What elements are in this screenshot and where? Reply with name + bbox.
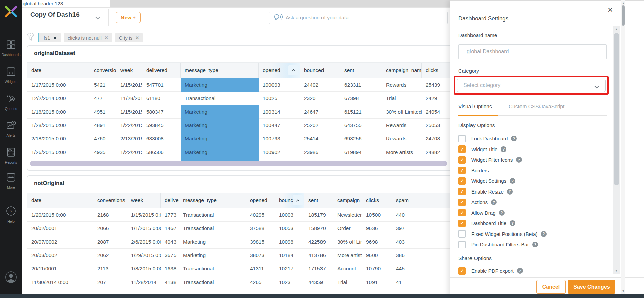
column-header-date[interactable]: date <box>27 63 90 78</box>
table-row[interactable]: 1/20/2015 0:0021681/15/2015 0:001773Tran… <box>27 208 506 222</box>
remove-filter-icon[interactable]: ✕ <box>53 35 57 41</box>
table-row[interactable]: 20/03/000220621/29/2015 0:003675Marketin… <box>27 249 506 262</box>
new-dashboard-button[interactable]: New + <box>116 12 141 23</box>
column-header-delivered[interactable]: delivered <box>161 193 179 208</box>
checkbox[interactable]: ✓ <box>458 156 466 164</box>
avatar[interactable] <box>5 271 17 285</box>
checkbox[interactable]: ✓ <box>458 220 466 227</box>
column-header-conversions[interactable]: conversions <box>90 63 116 78</box>
column-header-bounced[interactable]: bounced <box>300 63 340 78</box>
table-cell: 445 <box>392 262 451 275</box>
dashboard-title-dropdown[interactable]: Copy Of Dash16 <box>30 11 80 18</box>
scroll-up-icon[interactable]: ▲ <box>622 1 625 5</box>
table-row[interactable]: 20/11/000121131/8/2015 0:001638Transacti… <box>27 262 506 275</box>
table-cell: 40295 <box>246 208 275 222</box>
checkbox[interactable] <box>458 135 466 142</box>
sort-ascending-button[interactable] <box>288 65 298 75</box>
remove-filter-icon[interactable]: ✕ <box>105 35 108 40</box>
table-row[interactable]: 1/18/2015 0:0049511/15/2015 0:00580347Ma… <box>27 105 506 119</box>
table-row[interactable]: 1/26/2015 0:0049351/22/2015 0:00586506Ma… <box>27 145 506 159</box>
sort-ascending-button[interactable] <box>293 195 303 205</box>
table-row[interactable]: 1/17/2015 0:0054211/15/2015 0:00547701Ma… <box>27 78 506 92</box>
window-scrollbar[interactable] <box>621 0 625 298</box>
column-header-campaign_name[interactable]: campaign_name <box>382 63 422 78</box>
sidebar-item-help[interactable]: ? Help <box>0 206 22 223</box>
sidebar-item-reports[interactable]: Reports <box>0 147 22 164</box>
checkbox[interactable]: ✓ <box>458 199 466 206</box>
remove-filter-icon[interactable]: ✕ <box>135 35 139 40</box>
app-logo-icon[interactable] <box>4 4 18 21</box>
filter-funnel-icon[interactable] <box>26 32 35 43</box>
global-header-text: global header 123 <box>23 1 63 6</box>
widget-title[interactable]: originalDataset <box>34 50 75 57</box>
table-row[interactable]: 2/18/2015 0:0047602/13/2015 0:00633008Ma… <box>27 132 506 145</box>
help-icon[interactable]: ? <box>491 199 497 205</box>
checkbox[interactable] <box>458 230 466 238</box>
checkbox[interactable]: ✓ <box>458 145 466 153</box>
window-scrollbar-thumb[interactable] <box>622 5 625 26</box>
filter-chip[interactable]: fs1 ✕ <box>38 33 61 42</box>
checkbox[interactable]: ✓ <box>458 209 466 216</box>
column-header-clicks[interactable]: clicks <box>362 193 392 208</box>
help-icon[interactable]: ? <box>516 157 522 163</box>
column-header-week[interactable]: week <box>116 63 142 78</box>
checkbox[interactable]: ✓ <box>458 177 466 185</box>
help-icon[interactable]: ? <box>511 136 517 141</box>
tab-visual-options[interactable]: Visual Options <box>458 103 492 110</box>
sidebar-item-label: More <box>7 185 15 189</box>
column-header-spam[interactable]: spam <box>392 193 451 208</box>
column-header-message_type[interactable]: message_type <box>181 63 259 78</box>
sidebar-item-widgets[interactable]: Widgets <box>0 67 22 84</box>
help-icon[interactable]: ? <box>510 220 515 226</box>
widget-title[interactable]: notOriginal <box>34 180 64 187</box>
scroll-down-icon[interactable]: ▼ <box>622 289 625 293</box>
help-icon[interactable]: ? <box>507 189 513 195</box>
ask-data-search[interactable]: Ask a question of your data... <box>269 12 448 24</box>
tab-custom-css-javascript[interactable]: Custom CSS/JavaScript <box>509 103 564 110</box>
column-header-opened[interactable]: opened <box>246 193 275 208</box>
help-icon[interactable]: ? <box>499 210 505 216</box>
dashboard-name-input[interactable] <box>458 44 607 59</box>
chevron-down-icon[interactable] <box>95 15 100 21</box>
sidebar-item-more[interactable]: More <box>0 172 22 189</box>
sidebar-item-alerts[interactable]: Alerts <box>0 120 22 137</box>
table-row[interactable]: 1/28/2015 0:0048911/22/2015 0:00593845Ma… <box>27 119 506 132</box>
column-header-bounced[interactable]: bounced <box>275 193 304 208</box>
help-icon[interactable]: ? <box>541 231 547 237</box>
save-changes-button[interactable]: Save Changes <box>568 280 615 294</box>
cancel-button[interactable]: Cancel <box>536 280 566 294</box>
column-header-sent[interactable]: sent <box>340 63 382 78</box>
table-row[interactable]: 20/02/000120661/1/2015 0:001467Transacti… <box>27 222 506 235</box>
sidebar-item-dashboards[interactable]: Dashboards <box>0 40 22 57</box>
column-header-date[interactable]: date <box>27 193 93 208</box>
help-icon[interactable]: ? <box>517 268 523 274</box>
help-icon[interactable]: ? <box>510 178 515 184</box>
panel-scrollbar-thumb[interactable] <box>614 33 619 185</box>
checkbox[interactable]: ✓ <box>458 167 466 174</box>
column-header-message_type[interactable]: message_type <box>179 193 246 208</box>
filter-chip[interactable]: clicks is not null ✕ <box>64 33 112 42</box>
table-cell: 1/18/2015 0:00 <box>27 105 90 119</box>
filter-chip[interactable]: City is ✕ <box>115 33 143 42</box>
close-icon[interactable]: ✕ <box>607 6 613 14</box>
table-row[interactable]: 12/2/2014 0:0047711/28/2014 0:0061180Tra… <box>27 92 506 105</box>
column-header-sent[interactable]: sent <box>304 193 333 208</box>
horizontal-scrollbar[interactable] <box>30 161 447 166</box>
panel-scroll-up-icon[interactable]: ▲ <box>615 27 618 31</box>
column-header-campaign_name[interactable]: campaign_name <box>333 193 362 208</box>
column-header-conversions[interactable]: conversions <box>93 193 127 208</box>
table-row[interactable]: 11/30/2014 0:0020711/28/20144138Transact… <box>27 275 506 289</box>
column-header-week[interactable]: week <box>127 193 161 208</box>
checkbox[interactable]: ✓ <box>458 267 466 275</box>
column-header-opened[interactable]: opened <box>259 63 300 78</box>
help-icon[interactable]: ? <box>532 242 538 247</box>
help-icon[interactable]: ? <box>501 146 506 152</box>
sidebar-item-queries[interactable]: Queries <box>0 93 22 111</box>
checkbox[interactable]: ✓ <box>458 188 466 195</box>
table-cell: 1638 <box>161 262 179 275</box>
panel-scroll-down-icon[interactable]: ▼ <box>615 269 618 272</box>
table-row[interactable]: 20/07/000220872/6/2015 0:004043Marketing… <box>27 235 506 249</box>
category-select[interactable]: Select category <box>457 79 606 92</box>
checkbox[interactable] <box>458 241 466 248</box>
column-header-delivered[interactable]: delivered <box>142 63 181 78</box>
